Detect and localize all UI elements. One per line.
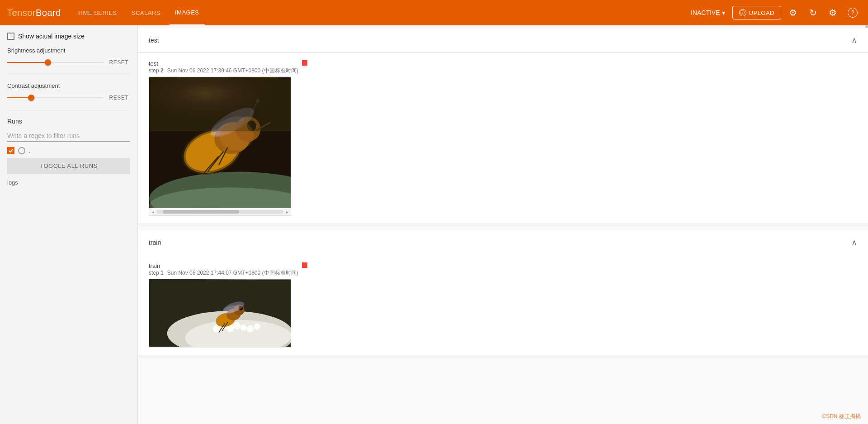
upload-label: UPLOAD — [749, 10, 774, 16]
train-bee-image — [149, 279, 291, 347]
runs-filter-input[interactable] — [7, 130, 130, 142]
divider-2 — [7, 110, 130, 110]
test-step-row: step 2 Sun Nov 06 2022 17:39:46 GMT+0800… — [149, 67, 298, 75]
nav-time-series[interactable]: TIME SERIES — [72, 0, 123, 25]
test-step-label: step 2 — [149, 67, 164, 74]
settings1-icon: ⚙ — [789, 7, 797, 18]
train-section-header[interactable]: train ∧ — [138, 230, 868, 255]
test-image-wrapper: ◂ ▸ — [149, 76, 291, 216]
bee2-svg — [149, 279, 291, 347]
test-image-meta: test step 2 Sun Nov 06 2022 17:39:46 GMT… — [149, 60, 307, 75]
test-section: test ∧ test step 2 Sun Nov 06 2022 17:39… — [138, 28, 868, 227]
test-section-title: test — [149, 37, 159, 44]
train-section-title: train — [149, 239, 161, 246]
divider-1 — [7, 75, 130, 75]
svg-point-28 — [254, 324, 260, 330]
train-tag-dot — [302, 262, 307, 268]
svg-point-26 — [241, 324, 247, 331]
svg-rect-18 — [149, 77, 291, 131]
contrast-reset-button[interactable]: RESET — [107, 95, 130, 101]
header-actions: INACTIVE ▾ ⓘ UPLOAD ⚙ ↻ ⚙ ? — [687, 5, 861, 21]
app-logo: TensorBoard — [7, 8, 61, 18]
svg-point-25 — [233, 322, 241, 329]
brightness-slider-track[interactable] — [7, 62, 104, 63]
svg-point-22 — [213, 325, 220, 333]
nav-images[interactable]: IMAGES — [170, 0, 205, 25]
brightness-section: Brightness adjustment RESET — [7, 47, 130, 66]
logs-label: logs — [7, 179, 130, 186]
scroll-right-icon[interactable]: ▸ — [284, 209, 290, 214]
train-collapse-icon: ∧ — [851, 238, 857, 248]
brightness-reset-button[interactable]: RESET — [107, 59, 130, 66]
toggle-all-runs-button[interactable]: TOGGLE ALL RUNS — [7, 158, 130, 174]
train-image-wrapper — [149, 279, 291, 348]
train-step-row: step 1 Sun Nov 06 2022 17:44:07 GMT+0800… — [149, 269, 298, 277]
help-icon: ? — [848, 8, 858, 18]
test-meta-left: test step 2 Sun Nov 06 2022 17:39:46 GMT… — [149, 60, 298, 75]
refresh-icon: ↻ — [809, 7, 817, 18]
settings2-icon: ⚙ — [829, 7, 837, 18]
bee1-svg — [149, 77, 291, 208]
checkmark-icon — [8, 148, 14, 153]
show-image-size-label: Show actual image size — [18, 33, 85, 40]
train-meta-left: train step 1 Sun Nov 06 2022 17:44:07 GM… — [149, 262, 298, 277]
train-timestamp: Sun Nov 06 2022 17:44:07 GMT+0800 (中国标准时… — [167, 269, 298, 277]
test-collapse-icon: ∧ — [851, 35, 857, 45]
train-image-card: train step 1 Sun Nov 06 2022 17:44:07 GM… — [149, 262, 307, 348]
run-circle[interactable] — [18, 147, 25, 154]
brightness-label: Brightness adjustment — [7, 47, 130, 54]
test-section-header[interactable]: test ∧ — [138, 28, 868, 53]
nav-scalars[interactable]: SCALARS — [126, 0, 166, 25]
test-bee-image — [149, 77, 291, 208]
contrast-section: Contrast adjustment RESET — [7, 82, 130, 101]
run-item-checked: . — [7, 147, 130, 154]
settings1-button[interactable]: ⚙ — [785, 5, 801, 21]
show-image-size-row: Show actual image size — [7, 33, 130, 40]
svg-point-27 — [247, 325, 254, 333]
inactive-dropdown[interactable]: INACTIVE ▾ — [687, 7, 729, 18]
test-step-value: 2 — [160, 67, 164, 74]
main-content: test ∧ test step 2 Sun Nov 06 2022 17:39… — [138, 25, 868, 424]
refresh-button[interactable]: ↻ — [805, 5, 821, 21]
test-timestamp: Sun Nov 06 2022 17:39:46 GMT+0800 (中国标准时… — [167, 67, 298, 75]
runs-title: Runs — [7, 118, 130, 125]
inactive-label: INACTIVE — [691, 9, 720, 16]
logo-tensor: Tensor — [7, 8, 36, 18]
runs-section: Runs . TOGGLE ALL RUNS logs — [7, 118, 130, 186]
train-section-body: train step 1 Sun Nov 06 2022 17:44:07 GM… — [138, 255, 868, 358]
help-button[interactable]: ? — [844, 5, 861, 21]
app-layout: Show actual image size Brightness adjust… — [0, 25, 868, 424]
sidebar: Show actual image size Brightness adjust… — [0, 25, 138, 424]
test-image-card: test step 2 Sun Nov 06 2022 17:39:46 GMT… — [149, 60, 307, 216]
test-run-name: test — [149, 60, 298, 67]
contrast-slider-track[interactable] — [7, 97, 104, 98]
run-checkbox-checked[interactable] — [7, 147, 14, 154]
train-run-name: train — [149, 262, 298, 269]
scroll-left-icon[interactable]: ◂ — [150, 209, 156, 214]
settings2-button[interactable]: ⚙ — [825, 5, 841, 21]
chevron-down-icon: ▾ — [722, 9, 725, 16]
test-tag-dot — [302, 60, 307, 66]
contrast-label: Contrast adjustment — [7, 82, 130, 89]
contrast-slider-row: RESET — [7, 95, 130, 101]
test-image-scrollbar[interactable]: ◂ ▸ — [149, 208, 291, 215]
train-step-value: 1 — [160, 270, 164, 276]
train-step-label: step 1 — [149, 270, 164, 276]
train-image-meta: train step 1 Sun Nov 06 2022 17:44:07 GM… — [149, 262, 307, 277]
train-section: train ∧ train step 1 Sun Nov 06 2022 17:… — [138, 230, 868, 358]
brightness-slider-row: RESET — [7, 59, 130, 66]
scrollbar-track[interactable] — [156, 210, 283, 214]
run-dot-label: . — [29, 148, 31, 154]
show-image-size-checkbox[interactable] — [7, 33, 14, 40]
upload-circle-icon: ⓘ — [739, 9, 746, 16]
scrollbar-thumb — [163, 210, 239, 214]
app-header: TensorBoard TIME SERIES SCALARS IMAGES I… — [0, 0, 868, 25]
logo-board: Board — [36, 8, 61, 18]
main-nav: TIME SERIES SCALARS IMAGES — [72, 0, 676, 25]
test-section-body: test step 2 Sun Nov 06 2022 17:39:46 GMT… — [138, 53, 868, 227]
top-scrollbar — [138, 25, 868, 28]
footer-watermark: CSDN @王揭揭 — [822, 413, 861, 420]
upload-button[interactable]: ⓘ UPLOAD — [732, 6, 781, 19]
